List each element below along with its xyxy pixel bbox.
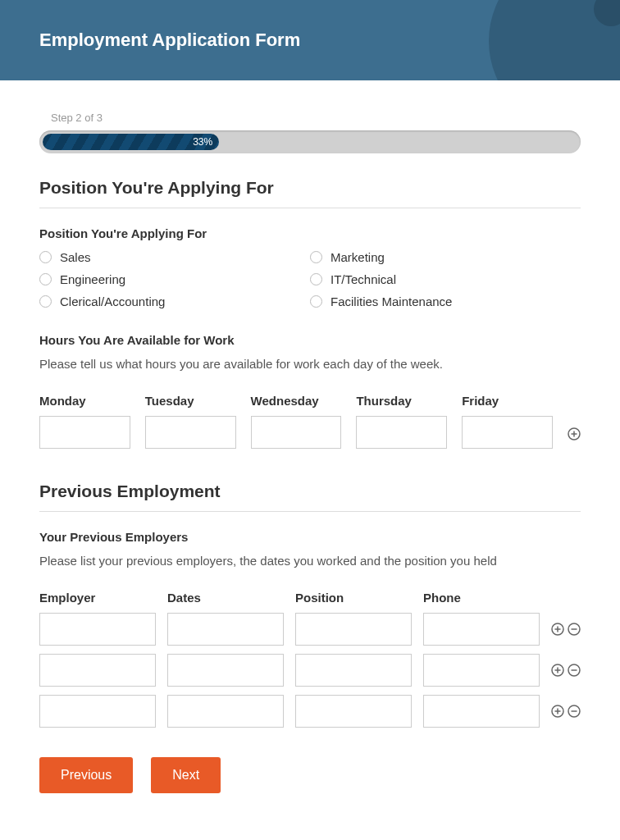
col-phone: Phone — [423, 591, 540, 605]
radio-facilities[interactable]: Facilities Maintenance — [310, 294, 581, 308]
plus-icon[interactable] — [551, 705, 564, 718]
employer-2-phone[interactable] — [423, 654, 540, 687]
minus-icon[interactable] — [568, 705, 581, 718]
employers-table: Employer Dates Position Phone — [39, 591, 581, 728]
radio-icon — [310, 273, 322, 285]
hours-thursday-input[interactable] — [356, 416, 447, 449]
employer-2-dates[interactable] — [167, 654, 284, 687]
radio-icon — [39, 251, 52, 263]
employer-1-position[interactable] — [295, 613, 412, 646]
day-wednesday: Wednesday — [251, 394, 342, 408]
col-dates: Dates — [167, 591, 284, 605]
radio-marketing[interactable]: Marketing — [310, 250, 581, 264]
step-indicator: Step 2 of 3 — [51, 112, 581, 124]
employer-1-phone[interactable] — [423, 613, 540, 646]
progress-bar: 33% — [39, 130, 581, 153]
previous-employers-help: Please list your previous employers, the… — [39, 554, 581, 568]
planet-decoration — [489, 0, 620, 80]
radio-sales[interactable]: Sales — [39, 250, 310, 264]
progress-fill: 33% — [43, 134, 219, 150]
employer-1-name[interactable] — [39, 613, 156, 646]
day-friday: Friday — [462, 394, 553, 408]
position-radio-group: Sales Marketing Engineering IT/Technical… — [39, 250, 581, 308]
plus-icon[interactable] — [568, 427, 581, 441]
plus-icon[interactable] — [551, 664, 564, 677]
employer-2-position[interactable] — [295, 654, 412, 687]
button-row: Previous Next — [39, 757, 581, 793]
hours-monday-input[interactable] — [39, 416, 130, 449]
previous-button[interactable]: Previous — [39, 757, 133, 793]
hours-label: Hours You Are Available for Work — [39, 333, 581, 347]
employer-1-dates[interactable] — [167, 613, 284, 646]
form-content: Step 2 of 3 33% Position You're Applying… — [0, 80, 620, 826]
col-position: Position — [295, 591, 412, 605]
hours-tuesday-input[interactable] — [145, 416, 236, 449]
position-label: Position You're Applying For — [39, 226, 581, 240]
radio-icon — [310, 295, 322, 308]
col-employer: Employer — [39, 591, 156, 605]
minus-icon[interactable] — [568, 664, 581, 677]
plus-icon[interactable] — [551, 623, 564, 636]
progress-percent: 33% — [193, 136, 212, 148]
day-thursday: Thursday — [356, 394, 447, 408]
radio-engineering[interactable]: Engineering — [39, 272, 310, 286]
minus-icon[interactable] — [568, 623, 581, 636]
hours-help: Please tell us what hours you are availa… — [39, 357, 581, 371]
hours-row: Monday Tuesday Wednesday Thursday Friday — [39, 394, 581, 449]
radio-it-technical[interactable]: IT/Technical — [310, 272, 581, 286]
radio-icon — [39, 295, 52, 308]
radio-clerical[interactable]: Clerical/Accounting — [39, 294, 310, 308]
radio-icon — [310, 251, 322, 263]
employer-2-name[interactable] — [39, 654, 156, 687]
day-monday: Monday — [39, 394, 130, 408]
header: Employment Application Form — [0, 0, 620, 80]
employer-3-position[interactable] — [295, 695, 412, 728]
section-title-position: Position You're Applying For — [39, 178, 581, 208]
radio-icon — [39, 273, 52, 285]
section-title-previous-employment: Previous Employment — [39, 482, 581, 512]
day-tuesday: Tuesday — [145, 394, 236, 408]
employer-3-name[interactable] — [39, 695, 156, 728]
employer-3-phone[interactable] — [423, 695, 540, 728]
employer-3-dates[interactable] — [167, 695, 284, 728]
hours-friday-input[interactable] — [462, 416, 553, 449]
previous-employers-label: Your Previous Employers — [39, 530, 581, 544]
hours-wednesday-input[interactable] — [251, 416, 342, 449]
next-button[interactable]: Next — [151, 757, 221, 793]
